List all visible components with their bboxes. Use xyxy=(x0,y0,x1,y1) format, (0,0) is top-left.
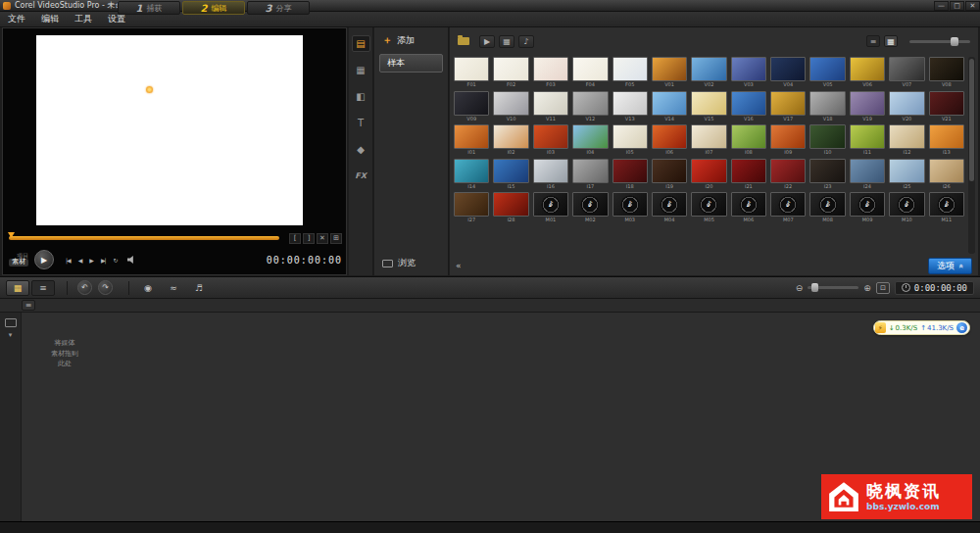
library-thumbnail[interactable] xyxy=(929,91,964,116)
library-item[interactable]: V21 xyxy=(929,91,964,122)
add-folder-button[interactable]: ＋ 添加 xyxy=(374,27,448,51)
library-item[interactable]: V09 xyxy=(454,91,489,122)
library-item[interactable]: F04 xyxy=(572,57,608,88)
library-item[interactable]: I05 xyxy=(612,124,648,156)
options-button[interactable]: 选项 « xyxy=(928,258,972,274)
storyboard-view-button[interactable]: ▦ xyxy=(6,280,29,296)
library-item[interactable]: I17 xyxy=(572,159,608,190)
library-item[interactable]: I19 xyxy=(652,159,687,190)
library-item[interactable]: ♪M11 xyxy=(929,192,964,223)
library-item[interactable]: I11 xyxy=(850,124,885,156)
library-item[interactable]: V11 xyxy=(533,91,568,122)
library-item[interactable]: V07 xyxy=(889,57,924,88)
library-item[interactable]: ♪M01 xyxy=(533,192,568,223)
library-item[interactable]: I21 xyxy=(731,159,766,190)
auto-music-button[interactable]: ♬ xyxy=(190,280,208,296)
library-thumbnail[interactable]: ♪ xyxy=(929,192,964,217)
thumbnail-size-slider[interactable] xyxy=(909,40,970,43)
timeline-view-button[interactable]: ≡ xyxy=(31,280,55,296)
library-thumbnail[interactable] xyxy=(889,91,924,116)
library-item[interactable]: V05 xyxy=(809,57,845,88)
volume-icon[interactable] xyxy=(127,256,136,264)
grid-view-button[interactable]: ▦ xyxy=(884,35,898,47)
repeat-button[interactable]: ↻ xyxy=(114,257,118,264)
library-thumbnail[interactable] xyxy=(612,91,648,116)
previous-frame-button[interactable]: ◀ xyxy=(78,257,82,264)
video-filter-button[interactable]: ▶ xyxy=(479,35,495,48)
library-thumbnail[interactable] xyxy=(850,57,885,81)
library-item[interactable]: I13 xyxy=(929,124,964,156)
mark-out-button[interactable]: ] xyxy=(303,233,315,244)
library-item[interactable]: I24 xyxy=(850,159,885,190)
library-thumbnail[interactable]: ♪ xyxy=(691,192,726,217)
library-item[interactable]: V16 xyxy=(731,91,766,122)
transition-icon[interactable]: ◧ xyxy=(352,88,370,105)
library-item[interactable]: I25 xyxy=(889,159,924,190)
library-thumbnail[interactable] xyxy=(731,159,766,183)
library-item[interactable]: I12 xyxy=(889,124,924,156)
list-view-button[interactable]: ≡ xyxy=(866,35,880,47)
library-item[interactable]: V15 xyxy=(691,91,726,122)
timeline-zoom-handle[interactable] xyxy=(811,283,818,292)
library-item[interactable]: I03 xyxy=(533,124,568,156)
library-thumbnail[interactable] xyxy=(889,57,924,81)
library-item[interactable]: F01 xyxy=(454,57,489,88)
library-thumbnail[interactable]: ♪ xyxy=(850,192,885,217)
library-thumbnail[interactable] xyxy=(572,57,608,81)
library-thumbnail[interactable] xyxy=(612,124,648,149)
library-thumbnail[interactable] xyxy=(809,57,845,81)
library-thumbnail[interactable] xyxy=(809,159,845,183)
library-item[interactable]: ♪M02 xyxy=(572,192,608,223)
library-item[interactable]: ♪M03 xyxy=(612,192,648,223)
video-track-icon[interactable] xyxy=(5,318,17,327)
library-thumbnail[interactable]: ♪ xyxy=(652,192,687,217)
record-capture-button[interactable]: ◉ xyxy=(139,280,157,296)
library-item[interactable]: F05 xyxy=(612,57,648,88)
library-item[interactable]: ♪M06 xyxy=(731,192,766,223)
library-thumbnail[interactable] xyxy=(493,124,528,149)
undo-button[interactable]: ↶ xyxy=(77,280,92,295)
collapse-library-button[interactable]: « xyxy=(456,261,462,270)
library-thumbnail[interactable] xyxy=(533,91,568,116)
thumbnail-size-handle[interactable] xyxy=(951,37,958,46)
library-item[interactable]: V08 xyxy=(929,57,964,88)
library-item[interactable]: V17 xyxy=(770,91,806,122)
library-item[interactable]: I14 xyxy=(454,159,489,190)
library-item[interactable]: V14 xyxy=(652,91,687,122)
home-button[interactable]: |◀ xyxy=(66,257,71,264)
library-thumbnail[interactable] xyxy=(533,159,568,183)
maximize-button[interactable]: □ xyxy=(950,1,964,11)
library-item[interactable]: V20 xyxy=(889,91,924,122)
import-media-icon[interactable] xyxy=(458,37,469,45)
library-item[interactable]: I02 xyxy=(493,124,528,156)
library-thumbnail[interactable] xyxy=(454,159,489,183)
minimize-button[interactable]: — xyxy=(934,1,949,11)
library-thumbnail[interactable] xyxy=(770,57,806,81)
library-thumbnail[interactable]: ♪ xyxy=(533,192,568,217)
library-item[interactable]: I08 xyxy=(731,124,766,156)
photo-filter-button[interactable]: ▦ xyxy=(499,35,514,48)
enlarge-preview-button[interactable]: ⊞ xyxy=(330,233,342,244)
library-item[interactable]: V10 xyxy=(493,91,528,122)
library-thumbnail[interactable]: ♪ xyxy=(889,192,924,217)
library-item[interactable]: V01 xyxy=(652,57,687,88)
title-icon[interactable]: T xyxy=(352,115,370,131)
library-item[interactable]: ♪M04 xyxy=(652,192,687,223)
library-thumbnail[interactable] xyxy=(612,57,648,81)
timeline-timecode[interactable]: 0:00:00:00 xyxy=(914,283,967,293)
sample-folder-item[interactable]: 样本 xyxy=(379,54,443,73)
clip-mode-toggle[interactable]: 素材 xyxy=(9,259,28,266)
library-item[interactable]: I22 xyxy=(770,159,806,190)
library-thumbnail[interactable] xyxy=(612,159,648,183)
library-item[interactable]: I06 xyxy=(652,124,687,156)
library-thumbnail[interactable]: ♪ xyxy=(731,192,766,217)
library-item[interactable]: I26 xyxy=(929,159,964,190)
audio-filter-button[interactable]: ♪ xyxy=(518,35,534,48)
timeline-zoom-slider[interactable] xyxy=(808,286,858,289)
library-thumbnail[interactable] xyxy=(929,57,964,81)
library-thumbnail[interactable] xyxy=(652,57,687,81)
library-thumbnail[interactable] xyxy=(454,91,489,116)
library-item[interactable]: I07 xyxy=(691,124,726,156)
filter-fx-icon[interactable]: FX xyxy=(352,168,370,184)
library-item[interactable]: F02 xyxy=(493,57,528,88)
